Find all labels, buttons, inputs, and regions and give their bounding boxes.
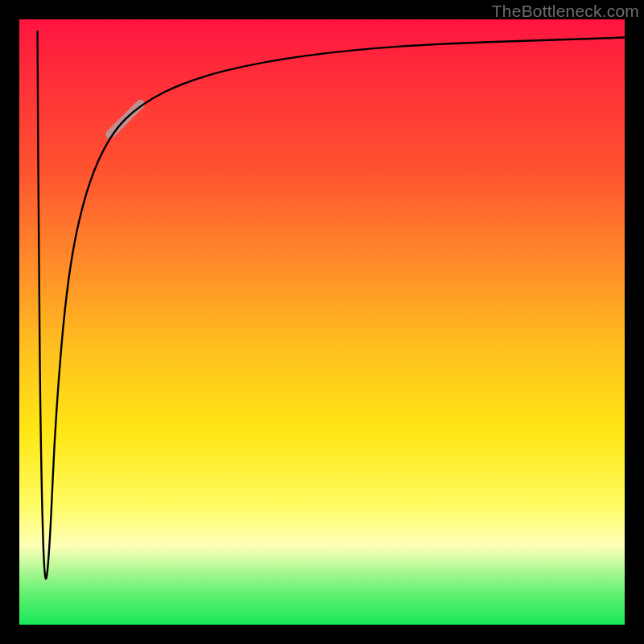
chart-stage: TheBottleneck.com bbox=[0, 0, 644, 644]
watermark-text: TheBottleneck.com bbox=[492, 2, 639, 21]
bottleneck-curve bbox=[38, 31, 625, 579]
plot-area bbox=[19, 19, 625, 625]
highlight-segment bbox=[110, 104, 141, 134]
curve-layer bbox=[19, 19, 625, 625]
